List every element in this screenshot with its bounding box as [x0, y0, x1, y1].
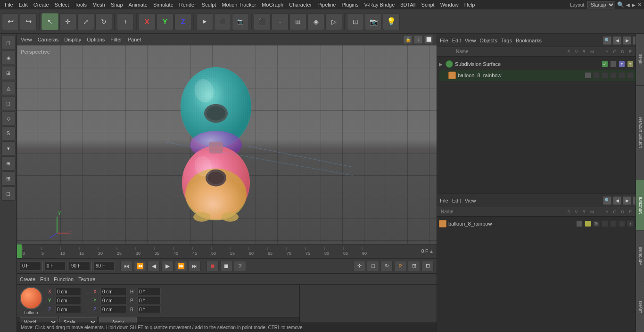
attr-ctrl7[interactable]: ↑: [627, 220, 634, 227]
tab-structure[interactable]: Structure: [636, 179, 644, 231]
obj-next-icon[interactable]: ▶: [623, 36, 631, 45]
layout-close-icon[interactable]: ✕: [637, 1, 642, 8]
obj-checkmark-icon[interactable]: ✓: [602, 61, 608, 67]
sidebar-grid-button[interactable]: ⊞: [1, 66, 16, 80]
view-solid-button[interactable]: ◈: [307, 13, 324, 30]
motion-button[interactable]: ↻: [380, 261, 393, 271]
size-x-input[interactable]: [100, 288, 126, 295]
play-back-button[interactable]: ◀: [148, 261, 160, 271]
menu-snap[interactable]: Snap: [108, 1, 126, 8]
ball-dot2[interactable]: [593, 72, 600, 79]
menu-plugins[interactable]: Plugins: [339, 1, 361, 8]
material-menu-edit[interactable]: Edit: [40, 276, 49, 282]
create-button[interactable]: +: [117, 13, 134, 30]
go-to-start-button[interactable]: ⏮: [120, 261, 132, 271]
obj-tag-icon1[interactable]: T: [619, 61, 625, 67]
move-tool-button[interactable]: ✛: [59, 13, 76, 30]
rot-b-input[interactable]: [137, 306, 161, 313]
light-button[interactable]: 💡: [383, 13, 400, 30]
render-preview-button[interactable]: ⬛: [214, 13, 231, 30]
attr-menu-view[interactable]: View: [465, 198, 476, 203]
step-back-button[interactable]: ⏪: [134, 261, 146, 271]
key-button[interactable]: ✛: [353, 261, 365, 271]
attr-ctrl2[interactable]: [585, 220, 591, 227]
sidebar-tri-button[interactable]: ◬: [1, 81, 16, 95]
apply-button[interactable]: Apply: [99, 317, 137, 323]
menu-mesh[interactable]: Mesh: [90, 1, 108, 8]
material-menu-function[interactable]: Function: [54, 276, 74, 282]
key2-button[interactable]: ◻: [367, 261, 379, 271]
material-menu-create[interactable]: Create: [20, 276, 35, 282]
menu-mograph[interactable]: MoGraph: [259, 1, 286, 8]
play-forward-button[interactable]: ▶: [161, 261, 173, 271]
attr-menu-file[interactable]: File: [440, 198, 448, 203]
obj-tag-icon2[interactable]: T: [627, 61, 634, 67]
obj-expand-icon[interactable]: ▶: [439, 62, 443, 67]
coord-z-input[interactable]: [55, 306, 81, 313]
camera-button[interactable]: 📷: [365, 13, 382, 30]
obj-dot-icon[interactable]: [610, 61, 617, 67]
menu-vray[interactable]: V-Ray Bridge: [362, 1, 398, 8]
viewport-bg[interactable]: Perspective: [17, 45, 437, 244]
x-axis-button[interactable]: X: [139, 13, 156, 30]
redo-button[interactable]: ↪: [20, 13, 37, 30]
view-flat-button[interactable]: ▷: [325, 13, 342, 30]
timeline-track[interactable]: 0 5 10 15 20 25 30 35 40 45 50 55 60 65 …: [22, 244, 419, 258]
viewport-menu-view[interactable]: View: [21, 37, 32, 42]
end-frame-input2[interactable]: [93, 261, 115, 271]
menu-help[interactable]: Help: [462, 1, 478, 8]
cursor-tool-button[interactable]: ↖: [41, 13, 58, 30]
menu-sculpt[interactable]: Sculpt: [199, 1, 219, 8]
rot-h-input[interactable]: [137, 288, 161, 295]
menu-window[interactable]: Window: [438, 1, 462, 8]
coord-y-input[interactable]: [55, 297, 81, 304]
y-axis-button[interactable]: Y: [157, 13, 173, 30]
obj-search-icon[interactable]: 🔍: [603, 36, 611, 45]
attr-balloon-row[interactable]: balloon_8_rainbow 🎬 ↔ ↑ ⊡: [439, 219, 642, 229]
go-to-end-button[interactable]: ⏭: [189, 261, 201, 271]
sidebar-diamond-button[interactable]: ◇: [1, 111, 16, 125]
sidebar-paint-button[interactable]: ◈: [1, 51, 16, 65]
viewport-menu-cameras[interactable]: Cameras: [38, 37, 59, 42]
ball-dot5[interactable]: [619, 72, 625, 79]
view-cube-button[interactable]: ⬛: [254, 13, 271, 30]
attr-ctrl5[interactable]: [610, 220, 617, 227]
attr-ctrl6[interactable]: ↔: [619, 220, 625, 227]
layout-search-icon[interactable]: 🔍: [617, 1, 624, 8]
menu-create[interactable]: Create: [31, 1, 52, 8]
size-z-input[interactable]: [100, 306, 126, 313]
material-menu-texture[interactable]: Texture: [78, 276, 95, 282]
current-frame-input[interactable]: [44, 261, 66, 271]
obj-menu-bookmarks[interactable]: Bookmarks: [516, 38, 542, 43]
record-button[interactable]: ⏺: [206, 261, 219, 271]
layout-select[interactable]: Startup: [587, 1, 615, 8]
obj-menu-view[interactable]: View: [465, 38, 476, 43]
menu-simulate[interactable]: Simulate: [150, 1, 176, 8]
size-y-input[interactable]: [100, 297, 126, 304]
step-forward-button[interactable]: ⏩: [175, 261, 187, 271]
tab-attributes[interactable]: Attributes: [636, 230, 644, 282]
menu-select[interactable]: Select: [52, 1, 72, 8]
menu-motion-tracker[interactable]: Motion Tracker: [219, 1, 259, 8]
sidebar-grid2-button[interactable]: ⊞: [1, 171, 16, 186]
viewport-maximize-icon[interactable]: ⬜: [424, 35, 433, 44]
balloon-rainbow-row[interactable]: balloon_8_rainbow: [439, 70, 642, 81]
menu-file[interactable]: File: [2, 1, 16, 8]
menu-tools[interactable]: Tools: [72, 1, 90, 8]
viewport-lock-icon[interactable]: 🔒: [404, 35, 412, 44]
render-to-picture-button[interactable]: 📷: [232, 13, 249, 30]
material-thumbnail-wrap[interactable]: balloon: [20, 287, 42, 315]
layout-prev-icon[interactable]: ◀: [626, 2, 630, 8]
ball-dot1[interactable]: [585, 72, 591, 79]
help-button[interactable]: ?: [234, 261, 246, 271]
material-thumbnail[interactable]: [20, 287, 42, 309]
sidebar-s-button[interactable]: S: [1, 126, 16, 140]
viewport-arrows-icon[interactable]: ↕: [414, 35, 422, 44]
menu-script[interactable]: Script: [419, 1, 438, 8]
scale-select[interactable]: Scale: [59, 317, 97, 323]
end-frame-input[interactable]: [69, 261, 90, 271]
scale-tool-button[interactable]: ⤢: [77, 13, 94, 30]
menu-character[interactable]: Character: [286, 1, 314, 8]
keys-display-button[interactable]: ⊞: [408, 261, 420, 271]
attr-next-icon[interactable]: ▶: [623, 196, 631, 205]
